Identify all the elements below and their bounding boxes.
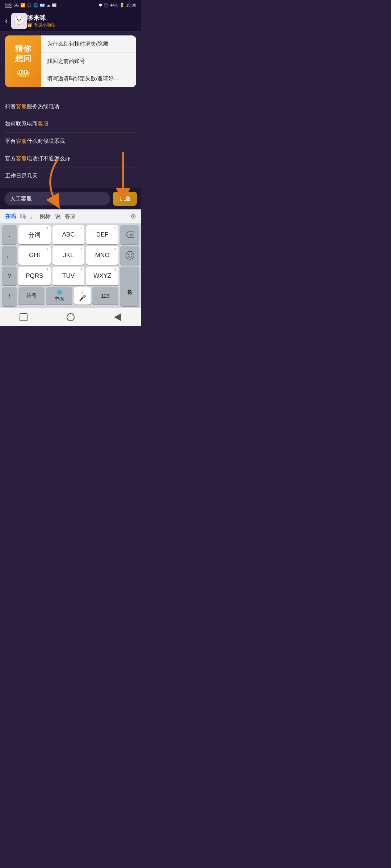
key-3-def[interactable]: 3 DEF <box>86 225 118 244</box>
nav-back[interactable] <box>14 311 33 323</box>
app-name: 哆来咪 <box>27 14 55 22</box>
avatar: VIP <box>11 13 27 29</box>
suggestion-panel: 猜你想问 为什么红包挂件消失/隐藏 找回之前的账号 填写邀请码绑定失败/邀请好.… <box>0 32 141 94</box>
nav-home[interactable] <box>62 311 80 323</box>
keyboard-row-3: 7 PQRS 8 TUV 9 WXYZ <box>17 265 120 285</box>
ime-suggestion-bar: 在吗 吗 。 图标 说 答应 ⊗ <box>0 209 141 224</box>
ime-delete-icon[interactable]: ⊗ <box>131 212 136 220</box>
ime-word-2[interactable]: 吗 <box>20 213 26 220</box>
key-4-ghi[interactable]: 4 GHI <box>18 246 51 265</box>
key-number-9: 9 <box>114 268 116 271</box>
key-label-wxyz: WXYZ <box>93 272 111 280</box>
ime-word-3[interactable]: 。 <box>30 213 35 220</box>
back-button[interactable]: ‹ <box>5 16 8 26</box>
browser-icon: 🌐 <box>33 3 38 8</box>
key-7-pqrs[interactable]: 7 PQRS <box>18 267 51 285</box>
bluetooth-status: ✱ <box>99 3 102 8</box>
nav-recents[interactable] <box>109 311 127 323</box>
chat-text: 如何联系电商客服 <box>5 120 49 127</box>
suggestion-item-1[interactable]: 为什么红包挂件消失/隐藏 <box>41 35 136 53</box>
suggestion-item-2[interactable]: 找回之前的账号 <box>41 53 136 70</box>
chat-item-1[interactable]: 抖音客服服务热线电话 <box>5 98 136 115</box>
key-delete[interactable] <box>120 225 139 244</box>
chat-item-5[interactable]: 工作日是几天 <box>5 167 136 184</box>
chat-item-2[interactable]: 如何联系电商客服 <box>5 115 136 133</box>
suggestion-card: 猜你想问 为什么红包挂件消失/隐藏 找回之前的账号 填写邀请码绑定失败/邀请好.… <box>5 35 136 87</box>
cloud-icon: ☁ <box>46 3 50 8</box>
suggestion-items: 为什么红包挂件消失/隐藏 找回之前的账号 填写邀请码绑定失败/邀请好... <box>41 35 136 87</box>
key-number-3: 3 <box>114 226 116 230</box>
key-space[interactable]: 0 🎤 <box>74 287 91 305</box>
chat-text: 抖音客服服务热线电话 <box>5 103 59 109</box>
svg-point-15 <box>17 70 30 77</box>
chat-item-3[interactable]: 平台客服什么时候联系我 <box>5 133 136 150</box>
delete-icon <box>125 231 135 238</box>
key-6-mno[interactable]: 6 MNO <box>86 246 118 265</box>
key-label-ghi: GHI <box>29 252 40 259</box>
key-exclaim[interactable]: ！ <box>2 287 17 306</box>
keyboard-bottom-row: 符号 🌐 中/英 0 🎤 123 <box>17 285 120 306</box>
nav-circle-icon <box>67 313 75 321</box>
vibrate-icon: 📳 <box>104 3 109 8</box>
globe-icon: 🌐 <box>57 290 62 295</box>
key-2-abc[interactable]: 2 ABC <box>52 225 85 244</box>
hd-badge: HD <box>5 3 12 8</box>
clock: 15:30 <box>126 3 136 7</box>
message-input[interactable] <box>4 192 110 205</box>
chat-text: 官方客服电话打不通怎么办 <box>5 155 70 161</box>
svg-point-19 <box>25 71 26 73</box>
svg-text:VIP: VIP <box>18 24 21 26</box>
key-number-8: 8 <box>80 268 82 271</box>
suggestion-item-3[interactable]: 填写邀请码绑定失败/邀请好... <box>41 70 136 87</box>
key-number-6: 6 <box>114 247 116 251</box>
suggestion-left-panel: 猜你想问 <box>5 35 41 87</box>
chat-text: 工作日是几天 <box>5 173 38 179</box>
suggestion-panel-title: 猜你想问 <box>15 44 31 63</box>
chat-item-4[interactable]: 官方客服电话打不通怎么办 <box>5 150 136 167</box>
send-button[interactable]: 发送 <box>113 192 137 206</box>
key-enter[interactable]: 换行 <box>120 267 139 306</box>
status-left: HD 5G 📶 🎧 🌐 📧 ☁ 📰 ··· <box>5 3 62 8</box>
nav-square-icon <box>20 313 28 321</box>
key-label-tuv: TUV <box>62 272 75 280</box>
key-5-jkl[interactable]: 5 JKL <box>52 246 85 265</box>
input-bar: 发送 <box>0 188 141 209</box>
battery-percent: 44% <box>110 3 118 7</box>
header: ‹ VIP 哆来咪 👑 专属小助理 <box>0 10 141 32</box>
header-subtitle-row: 👑 专属小助理 <box>27 22 55 28</box>
key-period[interactable]: 。 <box>2 246 17 265</box>
keyboard: ， 。 ？ ！ 1 分词 2 ABC 3 DEF <box>0 224 141 308</box>
header-info: 哆来咪 👑 专属小助理 <box>27 14 55 28</box>
key-label-abc: ABC <box>62 231 75 238</box>
key-1-fenci[interactable]: 1 分词 <box>18 225 51 244</box>
key-label-def: DEF <box>96 231 109 238</box>
ime-word-active[interactable]: 在吗 <box>5 213 16 220</box>
more-icon: ··· <box>58 3 62 7</box>
key-123[interactable]: 123 <box>92 287 118 305</box>
key-symbol[interactable]: 符号 <box>18 287 45 305</box>
key-emoji[interactable] <box>120 246 139 265</box>
news-icon: 📰 <box>52 3 57 8</box>
ime-word-4[interactable]: 图标 <box>40 213 51 220</box>
key-label-fenci: 分词 <box>28 231 41 239</box>
nav-triangle-icon <box>114 313 121 321</box>
key-9-wxyz[interactable]: 9 WXYZ <box>86 267 118 285</box>
key-comma[interactable]: ， <box>2 225 17 244</box>
keyboard-row-2: 4 GHI 5 JKL 6 MNO <box>17 244 120 265</box>
key-question[interactable]: ？ <box>2 267 17 285</box>
ime-word-5[interactable]: 说 <box>55 213 60 220</box>
zero-number: 0 <box>81 291 83 294</box>
key-number-1: 1 <box>47 226 49 230</box>
key-label-jkl: JKL <box>63 252 73 259</box>
key-lang[interactable]: 🌐 中/英 <box>46 287 72 305</box>
keyboard-main: 1 分词 2 ABC 3 DEF 4 GHI 5 <box>17 224 120 308</box>
header-subtitle: 专属小助理 <box>34 22 55 28</box>
bluetooth-icon: 🎧 <box>27 3 32 8</box>
crown-icon: 👑 <box>27 23 32 27</box>
key-number-4: 4 <box>47 247 49 251</box>
left-symbol-column: ， 。 ？ ！ <box>0 224 17 308</box>
emoji-icon <box>125 251 135 260</box>
ime-word-6[interactable]: 答应 <box>65 213 76 220</box>
input-area-wrapper: 发送 <box>0 188 141 209</box>
key-8-tuv[interactable]: 8 TUV <box>52 267 85 285</box>
